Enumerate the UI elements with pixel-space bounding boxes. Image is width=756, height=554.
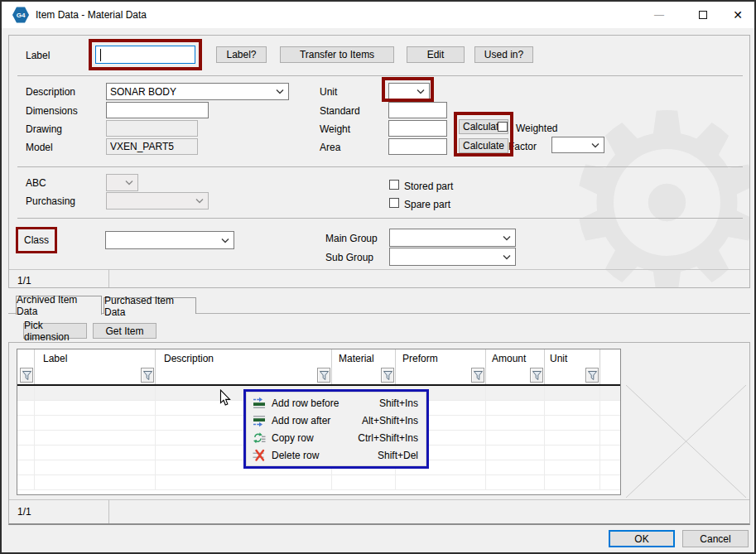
column-header-unit[interactable]: Unit <box>545 349 600 384</box>
cancel-button[interactable]: Cancel <box>682 530 749 547</box>
abc-caption: ABC <box>26 177 46 189</box>
tab-purchased-item-data[interactable]: Purchased Item Data <box>104 297 196 314</box>
app-logo-icon: G4 <box>12 7 29 23</box>
stored-part-checkbox[interactable] <box>389 180 399 190</box>
chevron-down-icon <box>195 198 204 204</box>
grid-context-menu: Add row before Shift+Ins Add row after A… <box>243 389 429 469</box>
purchasing-combobox[interactable] <box>106 192 209 210</box>
filter-funnel-button[interactable] <box>471 368 484 383</box>
area-input[interactable] <box>388 138 447 155</box>
purchasing-caption: Purchasing <box>26 195 75 207</box>
sub-group-combobox[interactable] <box>389 248 516 266</box>
pick-dimension-button[interactable]: Pick dimension <box>23 323 87 339</box>
separator <box>9 269 750 270</box>
menu-item-shortcut: Alt+Shift+Ins <box>362 415 418 426</box>
area-input-field[interactable] <box>389 139 446 154</box>
weight-input-field[interactable] <box>389 121 446 136</box>
gear-watermark-icon: ⚙ <box>556 60 750 288</box>
filter-funnel-icon <box>587 370 598 381</box>
mouse-cursor-icon <box>219 389 231 407</box>
sub-group-caption: Sub Group <box>325 252 373 263</box>
calculate-area-button[interactable]: Calculate <box>459 138 508 153</box>
delete-row-icon <box>253 449 266 462</box>
tab-label: Purchased Item Data <box>104 295 195 318</box>
menu-item-label: Add row after <box>272 415 330 426</box>
dimensions-caption: Dimensions <box>26 105 78 117</box>
grid-corner-cell <box>17 349 35 384</box>
edit-button[interactable]: Edit <box>407 46 465 63</box>
grid-header-row: Label Description Material Preform Amoun… <box>17 349 620 386</box>
dimensions-input[interactable] <box>106 102 209 118</box>
menu-item-add-row-after[interactable]: Add row after Alt+Shift+Ins <box>247 412 426 429</box>
filter-funnel-icon <box>319 370 330 381</box>
get-item-button[interactable]: Get Item <box>93 323 156 339</box>
class-combobox[interactable] <box>105 231 234 249</box>
label-input-field[interactable] <box>96 46 195 63</box>
model-caption: Model <box>26 142 53 153</box>
abc-combobox[interactable] <box>106 174 138 191</box>
standard-input[interactable] <box>388 102 447 118</box>
transfer-to-items-button[interactable]: Transfer to Items <box>280 46 394 63</box>
filter-funnel-button[interactable] <box>141 368 154 383</box>
filter-funnel-button[interactable] <box>530 368 543 383</box>
menu-item-copy-row[interactable]: Copy row Ctrl+Shift+Ins <box>247 429 426 446</box>
material-data-panel: ⚙ Label Label? Transfer to Items Edit Us… <box>8 35 750 288</box>
factor-combobox[interactable] <box>551 137 604 153</box>
filter-funnel-button[interactable] <box>381 368 394 383</box>
column-header-label[interactable]: Label <box>35 349 156 384</box>
menu-item-shortcut: Shift+Ins <box>379 397 418 409</box>
record-indicator: 1/1 <box>17 506 31 518</box>
model-input[interactable] <box>106 138 198 155</box>
description-combobox[interactable]: SONAR BODY <box>106 83 289 100</box>
close-icon: ✕ <box>733 8 743 22</box>
tab-archived-item-data[interactable]: Archived Item Data <box>16 296 102 315</box>
maximize-button[interactable] <box>684 2 722 28</box>
add-row-before-icon <box>253 397 266 410</box>
factor-label: Factor <box>508 141 537 152</box>
weight-caption: Weight <box>320 123 350 135</box>
table-row[interactable] <box>17 475 620 490</box>
main-group-caption: Main Group <box>325 233 378 244</box>
minimize-button[interactable]: — <box>640 2 678 28</box>
menu-item-add-row-before[interactable]: Add row before Shift+Ins <box>247 394 426 412</box>
column-header-filler <box>600 349 620 384</box>
spare-part-checkbox[interactable] <box>389 198 399 208</box>
column-header-description[interactable]: Description <box>156 349 332 384</box>
divider <box>108 269 109 288</box>
separator <box>17 75 743 76</box>
item-data-dialog: G4 Item Data - Material Data — ✕ ⚙ Label… <box>0 0 756 554</box>
column-header-preform[interactable]: Preform <box>396 349 486 384</box>
weighted-checkbox[interactable] <box>498 122 508 132</box>
close-button[interactable]: ✕ <box>719 2 756 28</box>
label-input[interactable] <box>95 46 195 64</box>
description-value: SONAR BODY <box>110 86 176 98</box>
label-query-button[interactable]: Label? <box>216 46 267 63</box>
menu-item-label: Copy row <box>272 432 314 444</box>
filter-funnel-icon <box>142 370 153 381</box>
used-in-button[interactable]: Used in? <box>474 46 533 63</box>
area-caption: Area <box>320 142 340 153</box>
standard-input-field[interactable] <box>389 103 446 118</box>
filter-funnel-button[interactable] <box>585 368 599 383</box>
menu-item-shortcut: Shift+Del <box>378 450 418 461</box>
ok-button[interactable]: OK <box>609 530 675 547</box>
label-caption: Label <box>26 50 50 61</box>
filter-funnel-button[interactable] <box>317 368 330 383</box>
column-header-amount[interactable]: Amount <box>486 349 545 384</box>
dimensions-input-field[interactable] <box>107 103 208 118</box>
weight-input[interactable] <box>388 120 447 137</box>
main-group-combobox[interactable] <box>389 229 516 247</box>
filter-funnel-button[interactable] <box>20 368 33 383</box>
unit-combobox[interactable] <box>388 83 430 99</box>
menu-item-label: Delete row <box>272 450 319 461</box>
menu-item-delete-row[interactable]: Delete row Shift+Del <box>247 446 426 464</box>
weighted-label: Weighted <box>516 123 557 134</box>
stored-part-label: Stored part <box>404 181 453 192</box>
drawing-input[interactable] <box>106 120 198 137</box>
crossed-out-area-icon <box>626 385 746 498</box>
empty-preview-placeholder <box>626 385 746 498</box>
drawing-input-field[interactable] <box>107 121 197 136</box>
chevron-down-icon <box>503 254 511 260</box>
column-header-material[interactable]: Material <box>332 349 396 384</box>
model-input-field[interactable] <box>107 139 197 154</box>
